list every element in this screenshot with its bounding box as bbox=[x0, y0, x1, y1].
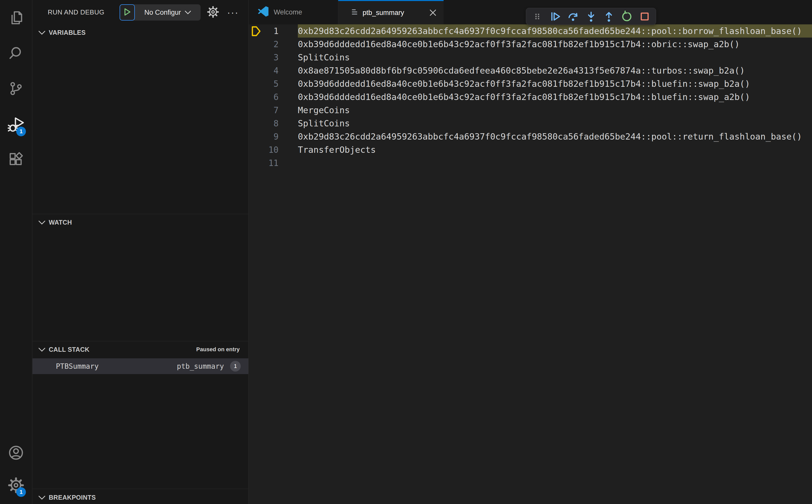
code-line-11[interactable]: 11 bbox=[249, 156, 812, 170]
stop-button[interactable] bbox=[638, 10, 651, 23]
section-header-watch[interactable]: WATCH bbox=[32, 214, 248, 230]
vscode-window: 1 bbox=[0, 0, 812, 504]
account-icon bbox=[8, 445, 24, 462]
gutter[interactable]: 6 bbox=[249, 90, 298, 104]
play-icon bbox=[123, 8, 131, 17]
code-line-8[interactable]: 8 SplitCoins bbox=[249, 117, 812, 130]
line-text[interactable]: 0x8ae871505a80d8bf6bf9c05906cda6edfeea46… bbox=[298, 64, 745, 77]
call-stack-status: Paused on entry bbox=[196, 346, 240, 353]
config-dropdown-label: No Configur bbox=[144, 9, 181, 16]
activity-item-settings[interactable]: 1 bbox=[0, 473, 32, 499]
line-number: 9 bbox=[249, 132, 278, 142]
source-control-icon bbox=[8, 81, 24, 97]
current-line-marker-icon bbox=[251, 26, 261, 38]
panel-title: RUN AND DEBUG bbox=[48, 0, 104, 24]
frame-badge: 1 bbox=[230, 361, 241, 372]
tab-label: Welcome bbox=[274, 8, 302, 16]
code-line-9[interactable]: 9 0xb29d83c26cdd2a64959263abbcfc4a6937f0… bbox=[249, 130, 812, 143]
gutter[interactable]: 1 bbox=[249, 24, 298, 38]
section-label: BREAKPOINTS bbox=[49, 494, 96, 501]
gutter[interactable]: 9 bbox=[249, 130, 298, 143]
activity-item-search[interactable] bbox=[0, 41, 32, 67]
gutter[interactable]: 5 bbox=[249, 77, 298, 90]
more-actions-button[interactable]: ··· bbox=[225, 5, 241, 20]
code-line-7[interactable]: 7 MergeCoins bbox=[249, 104, 812, 117]
line-number: 7 bbox=[249, 105, 278, 115]
extensions-icon bbox=[8, 151, 24, 168]
code-line-1[interactable]: 1 0xb29d83c26cdd2a64959263abbcfc4a6937f0… bbox=[249, 24, 812, 38]
activity-item-account[interactable] bbox=[0, 440, 32, 466]
chevron-down-icon bbox=[38, 495, 46, 500]
code-editor[interactable]: 1 0xb29d83c26cdd2a64959263abbcfc4a6937f0… bbox=[249, 24, 812, 170]
tab-ptb-summary[interactable]: ptb_summary bbox=[338, 0, 444, 24]
ellipsis-icon: ··· bbox=[227, 10, 239, 15]
code-line-10[interactable]: 10 TransferObjects bbox=[249, 143, 812, 156]
section-header-breakpoints[interactable]: BREAKPOINTS bbox=[32, 489, 248, 504]
line-number: 4 bbox=[249, 66, 278, 76]
line-text[interactable]: 0xb29d83c26cdd2a64959263abbcfc4a6937f0c9… bbox=[298, 130, 802, 143]
step-out-button[interactable] bbox=[602, 10, 616, 23]
line-text[interactable]: MergeCoins bbox=[298, 104, 350, 117]
chevron-down-icon bbox=[38, 347, 46, 352]
line-text[interactable]: SplitCoins bbox=[298, 117, 350, 130]
frame-meta: ptb_summary 1 bbox=[177, 361, 241, 372]
gutter[interactable]: 4 bbox=[249, 64, 298, 77]
debug-settings-button[interactable] bbox=[205, 5, 221, 20]
gutter[interactable]: 2 bbox=[249, 38, 298, 51]
line-text[interactable]: 0xb29d83c26cdd2a64959263abbcfc4a6937f0c9… bbox=[298, 24, 812, 38]
gutter[interactable]: 7 bbox=[249, 104, 298, 117]
line-text[interactable]: 0xb39d6dddedd16ed8a40ce0b1e6b43c92acf0ff… bbox=[298, 38, 740, 51]
tab-label: ptb_summary bbox=[362, 9, 404, 17]
vscode-logo-icon bbox=[257, 6, 269, 19]
continue-button[interactable] bbox=[549, 10, 562, 23]
step-over-button[interactable] bbox=[567, 10, 580, 23]
start-debug-button[interactable] bbox=[120, 4, 135, 21]
line-text[interactable]: SplitCoins bbox=[298, 51, 350, 64]
activity-item-source-control[interactable] bbox=[0, 76, 32, 102]
chevron-down-icon bbox=[38, 30, 46, 35]
line-number: 5 bbox=[249, 79, 278, 89]
gutter[interactable]: 8 bbox=[249, 117, 298, 130]
debug-badge: 1 bbox=[16, 127, 26, 136]
chevron-down-icon bbox=[185, 9, 191, 16]
gutter[interactable]: 11 bbox=[249, 156, 298, 170]
activity-bar: 1 bbox=[0, 0, 32, 504]
line-number: 6 bbox=[249, 92, 278, 102]
code-line-2[interactable]: 2 0xb39d6dddedd16ed8a40ce0b1e6b43c92acf0… bbox=[249, 38, 812, 51]
activity-item-run-and-debug[interactable]: 1 bbox=[0, 112, 32, 138]
section-label: VARIABLES bbox=[49, 29, 86, 36]
code-line-3[interactable]: 3 SplitCoins bbox=[249, 51, 812, 64]
drag-handle[interactable] bbox=[531, 10, 544, 23]
line-text[interactable]: 0xb39d6dddedd16ed8a40ce0b1e6b43c92acf0ff… bbox=[298, 77, 750, 90]
search-icon bbox=[8, 45, 24, 62]
code-line-6[interactable]: 6 0xb39d6dddedd16ed8a40ce0b1e6b43c92acf0… bbox=[249, 90, 812, 104]
frame-source: ptb_summary bbox=[177, 362, 224, 371]
chevron-down-icon bbox=[38, 220, 46, 225]
tab-welcome[interactable]: Welcome bbox=[249, 0, 338, 24]
line-number: 10 bbox=[249, 145, 278, 155]
line-text[interactable]: TransferObjects bbox=[298, 143, 376, 156]
gutter[interactable]: 3 bbox=[249, 51, 298, 64]
debug-config-control: No Configur bbox=[120, 4, 201, 21]
section-header-call-stack[interactable]: CALL STACK Paused on entry bbox=[32, 341, 248, 358]
config-dropdown[interactable]: No Configur bbox=[135, 4, 201, 21]
activity-item-extensions[interactable] bbox=[0, 146, 32, 173]
run-and-debug-panel: RUN AND DEBUG No Configur bbox=[32, 0, 248, 504]
gutter[interactable]: 10 bbox=[249, 143, 298, 156]
step-into-button[interactable] bbox=[585, 10, 598, 23]
debug-toolbar bbox=[526, 8, 656, 25]
gear-icon bbox=[207, 6, 219, 19]
section-header-variables[interactable]: VARIABLES bbox=[32, 24, 248, 41]
activity-item-explorer[interactable] bbox=[0, 5, 32, 31]
line-text[interactable]: 0xb39d6dddedd16ed8a40ce0b1e6b43c92acf0ff… bbox=[298, 90, 750, 104]
section-label: WATCH bbox=[49, 219, 72, 226]
close-icon[interactable] bbox=[429, 8, 438, 17]
section-divider bbox=[32, 489, 248, 489]
line-number: 2 bbox=[249, 39, 278, 49]
code-line-5[interactable]: 5 0xb39d6dddedd16ed8a40ce0b1e6b43c92acf0… bbox=[249, 77, 812, 90]
call-stack-frame[interactable]: PTBSummary ptb_summary 1 bbox=[32, 358, 248, 374]
frame-name: PTBSummary bbox=[56, 362, 99, 371]
line-number: 3 bbox=[249, 53, 278, 62]
code-line-4[interactable]: 4 0x8ae871505a80d8bf6bf9c05906cda6edfeea… bbox=[249, 64, 812, 77]
restart-button[interactable] bbox=[620, 10, 633, 23]
